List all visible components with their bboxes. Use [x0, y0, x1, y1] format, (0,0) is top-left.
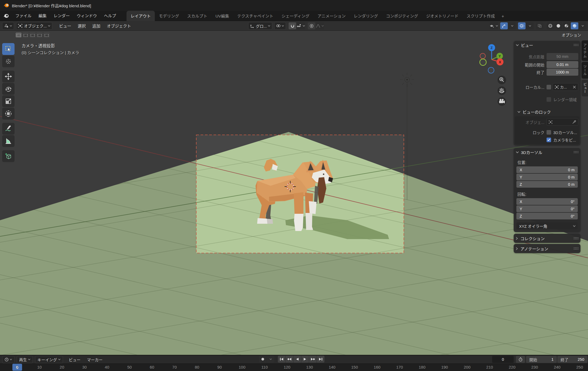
prev-keyframe-button[interactable]: [286, 356, 293, 363]
tab-scripting[interactable]: スクリプト作成: [463, 11, 499, 21]
tool-move[interactable]: [2, 71, 15, 82]
timeline-editor-type-button[interactable]: [2, 356, 15, 363]
render-region-checkbox[interactable]: [547, 97, 551, 102]
tab-rendering[interactable]: レンダリング: [350, 11, 382, 21]
select-mode-new[interactable]: [16, 33, 22, 37]
options-button[interactable]: オプション: [562, 32, 581, 38]
tool-select-box[interactable]: [2, 43, 15, 55]
tool-cursor[interactable]: [2, 55, 15, 67]
annotation-panel[interactable]: アノテーション: [514, 244, 580, 253]
current-frame-field[interactable]: 0: [492, 356, 514, 363]
cursor-loc-z-field[interactable]: Z0 m: [516, 181, 578, 188]
play-button[interactable]: [301, 356, 309, 363]
panel-grip-icon[interactable]: [573, 247, 578, 250]
cursor-loc-y-field[interactable]: Y0 m: [516, 174, 578, 180]
keying-menu[interactable]: キーイング: [35, 356, 63, 363]
sidebar-tab-tool[interactable]: ツール: [582, 62, 588, 79]
tab-sculpting[interactable]: スカルプト: [183, 11, 211, 21]
view-panel-header[interactable]: ビュー: [514, 41, 580, 49]
shading-rendered-button[interactable]: [571, 22, 578, 29]
focal-length-field[interactable]: 50 mm: [547, 53, 578, 60]
timeline-marker-menu[interactable]: マーカー: [84, 357, 106, 362]
sidebar-tab-item[interactable]: アイテム: [582, 40, 588, 61]
eyedropper-icon[interactable]: [572, 120, 576, 124]
overlays-toggle[interactable]: [518, 22, 526, 29]
select-mode-extend[interactable]: [23, 33, 29, 37]
shading-dropdown[interactable]: [579, 22, 586, 29]
tab-animation[interactable]: アニメーション: [313, 11, 349, 21]
cursor-loc-x-field[interactable]: X0 m: [516, 166, 578, 173]
menu-file[interactable]: ファイル: [12, 11, 35, 21]
object-menu[interactable]: オブジェクト: [104, 23, 134, 29]
clip-start-field[interactable]: 0.01 m: [547, 61, 578, 68]
cursor-panel-header[interactable]: 3Dカーソル: [514, 148, 580, 156]
tool-rotate[interactable]: [2, 83, 15, 95]
play-reverse-button[interactable]: [293, 356, 301, 363]
shading-solid-button[interactable]: [555, 22, 562, 29]
menu-window[interactable]: ウィンドウ: [73, 11, 100, 21]
gizmo-y-neg[interactable]: [480, 59, 486, 65]
panel-grip-icon[interactable]: [573, 237, 578, 240]
frame-start-field[interactable]: 開始 1: [526, 356, 557, 363]
lock-3d-cursor-checkbox[interactable]: [547, 130, 551, 135]
view-menu[interactable]: ビュー: [56, 23, 75, 29]
tab-uv-editing[interactable]: UV編集: [211, 11, 233, 21]
tool-scale[interactable]: [2, 95, 15, 107]
auto-key-dropdown[interactable]: [267, 356, 274, 363]
cursor-rot-y-field[interactable]: Y0°: [516, 205, 578, 212]
tab-geometry-nodes[interactable]: ジオメトリノード: [422, 11, 463, 21]
mode-selector[interactable]: オブジェク...: [16, 22, 52, 30]
panel-grip-icon[interactable]: [573, 151, 578, 153]
overlays-dropdown[interactable]: [526, 22, 534, 29]
select-mode-intersect[interactable]: [44, 33, 50, 37]
snap-toggle[interactable]: [289, 22, 296, 29]
view-lock-header[interactable]: ビューのロック: [516, 108, 578, 115]
jump-to-end-button[interactable]: [317, 356, 324, 363]
add-menu[interactable]: 追加: [89, 23, 104, 29]
tab-layout[interactable]: レイアウト: [127, 11, 155, 21]
menu-edit[interactable]: 編集: [35, 11, 50, 21]
blender-app-icon[interactable]: [3, 13, 9, 18]
xray-toggle[interactable]: [536, 22, 543, 29]
gizmos-toggle[interactable]: [500, 22, 508, 29]
zoom-button[interactable]: [498, 76, 506, 84]
tool-add-cube[interactable]: [2, 150, 15, 162]
lock-object-field[interactable]: [547, 118, 578, 126]
select-menu[interactable]: 選択: [75, 23, 89, 29]
editor-type-button[interactable]: [2, 22, 14, 30]
tab-shading[interactable]: シェーディング: [277, 11, 313, 21]
tool-annotate[interactable]: [2, 123, 15, 135]
local-camera-checkbox[interactable]: [547, 85, 551, 89]
gizmo-x-neg[interactable]: [480, 53, 485, 59]
frame-end-field[interactable]: 終了 250: [557, 356, 587, 363]
tool-measure[interactable]: [2, 135, 15, 147]
tab-modeling[interactable]: モデリング: [155, 11, 183, 21]
collection-panel[interactable]: コレクション: [514, 234, 580, 243]
clear-x-icon[interactable]: [573, 86, 576, 89]
gizmo-z-neg[interactable]: [488, 67, 494, 73]
falloff-button[interactable]: [316, 22, 324, 29]
viewport-3d[interactable]: Z Y X: [0, 31, 588, 355]
playback-menu[interactable]: 再生: [17, 356, 33, 363]
clip-end-field[interactable]: 1000 m: [547, 69, 578, 76]
menu-help[interactable]: ヘルプ: [100, 11, 120, 21]
jump-to-start-button[interactable]: [278, 356, 285, 363]
add-workspace-button[interactable]: +: [499, 12, 507, 21]
tool-transform[interactable]: [2, 108, 15, 120]
timeline-view-menu[interactable]: ビュー: [66, 357, 84, 362]
use-preview-range-toggle[interactable]: [516, 356, 525, 363]
transform-orientation-button[interactable]: グロ...: [248, 22, 272, 30]
shading-wireframe-button[interactable]: [547, 22, 554, 29]
auto-key-button[interactable]: [259, 356, 267, 363]
panel-grip-icon[interactable]: [573, 44, 578, 46]
select-mode-invert[interactable]: [37, 33, 43, 37]
camera-to-view-checkbox[interactable]: [547, 138, 551, 142]
cursor-rot-z-field[interactable]: Z0°: [516, 213, 578, 219]
select-mode-subtract[interactable]: [30, 33, 36, 37]
next-keyframe-button[interactable]: [309, 356, 317, 363]
gizmos-dropdown[interactable]: [508, 22, 516, 29]
tab-texture-paint[interactable]: テクスチャペイント: [233, 11, 277, 21]
sidebar-tab-view[interactable]: ビュー: [582, 80, 588, 96]
visibility-button[interactable]: [490, 22, 498, 29]
shading-material-button[interactable]: [563, 22, 570, 29]
